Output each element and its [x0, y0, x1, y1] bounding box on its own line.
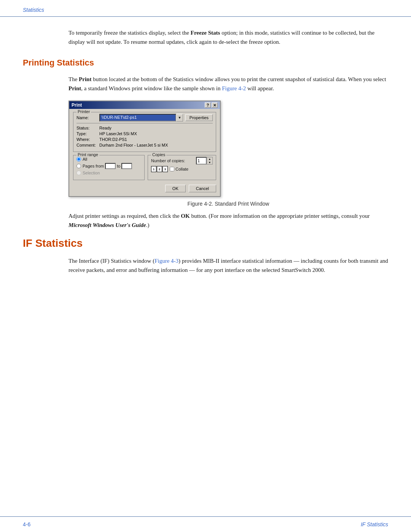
radio-pages-row: Pages from to	[76, 163, 141, 169]
where-value: THOR:D2-PS1	[99, 137, 127, 142]
after-fig-text3: .)	[146, 222, 150, 228]
dialog-title: Print	[72, 102, 82, 108]
status-value: Ready	[99, 126, 112, 130]
radio-all-label: All	[83, 157, 87, 161]
printer-name-row: Name: \\DUR-NET\d2-ps1 ▼ Properties	[76, 114, 213, 121]
dialog-titlebar: Print ? ✕	[69, 101, 220, 109]
radio-selection[interactable]	[76, 171, 81, 175]
print-text-2: button located at the bottom of the Stat…	[91, 76, 386, 82]
comment-value: Durham 2nd Floor - LaserJet 5 si MX	[99, 143, 168, 147]
printer-status-row: Status: Ready	[76, 126, 213, 130]
properties-button[interactable]: Properties	[185, 114, 213, 121]
figure-4-2-link[interactable]: Figure 4-2	[222, 85, 246, 91]
italic-bold-text: Microsoft Windows User's Guide	[68, 222, 146, 228]
bottom-options-row: Print range All Pages from to	[73, 155, 216, 183]
copies-group-label: Copies	[151, 152, 166, 157]
print-range-group: Print range All Pages from to	[73, 155, 145, 180]
copies-up-btn[interactable]: ▲	[207, 157, 212, 161]
collate-icon: 1 2 3	[151, 166, 168, 172]
cancel-button[interactable]: Cancel	[189, 185, 216, 192]
radio-pages-label: Pages	[83, 164, 96, 168]
printer-name-input[interactable]: \\DUR-NET\d2-ps1	[99, 114, 176, 121]
printer-group: Printer Name: \\DUR-NET\d2-ps1 ▼ Propert…	[73, 112, 216, 152]
print-text-3: , a standard Windows print window like t…	[81, 85, 222, 91]
after-figure-para: Adjust printer settings as required, the…	[68, 211, 388, 230]
status-label: Status:	[76, 126, 99, 130]
dialog-body: Printer Name: \\DUR-NET\d2-ps1 ▼ Propert…	[69, 109, 220, 196]
printer-comment-row: Comment: Durham 2nd Floor - LaserJet 5 s…	[76, 143, 213, 147]
type-value: HP LaserJet 5Si MX	[99, 131, 137, 136]
figure-4-2-container: Print ? ✕ Printer Name: \\DU	[68, 101, 388, 207]
titlebar-buttons: ? ✕	[205, 102, 218, 108]
collate-row: 1 2 3 Collate	[151, 166, 213, 172]
if-text-1: The Interface (IF) Statistics window (	[68, 258, 155, 264]
printer-group-label: Printer	[76, 109, 91, 114]
copies-input-wrapper: ▲ ▼	[196, 157, 213, 165]
printer-type-row: Type: HP LaserJet 5Si MX	[76, 131, 213, 136]
page-icon-3: 3	[162, 166, 168, 172]
after-fig-bold: OK	[181, 213, 190, 219]
pages-from-input[interactable]	[105, 163, 116, 169]
help-button[interactable]: ?	[205, 102, 211, 108]
if-statistics-para: The Interface (IF) Statistics window (Fi…	[68, 256, 388, 275]
copies-down-btn[interactable]: ▼	[207, 161, 212, 164]
printer-dropdown-btn[interactable]: ▼	[176, 114, 183, 121]
print-dialog: Print ? ✕ Printer Name: \\DU	[68, 101, 221, 197]
copies-group: Copies Number of copies: ▲ ▼	[148, 155, 216, 180]
printing-statistics-heading: Printing Statistics	[23, 58, 388, 68]
collate-label: Collate	[175, 167, 188, 171]
action-buttons-row: OK Cancel	[73, 183, 216, 192]
page-icon-2: 2	[157, 166, 162, 172]
ok-button[interactable]: OK	[165, 185, 186, 192]
main-content: To temporarily freeze the statistics dis…	[0, 17, 411, 275]
type-label: Type:	[76, 131, 99, 136]
collate-checkbox[interactable]	[170, 167, 174, 171]
footer-section-title: IF Statistics	[361, 521, 388, 527]
num-copies-input[interactable]	[196, 157, 207, 165]
radio-selection-label: Selection	[83, 171, 100, 175]
page: Statistics To temporarily freeze the sta…	[0, 0, 411, 532]
where-label: Where:	[76, 137, 99, 142]
if-statistics-heading: IF Statistics	[23, 237, 388, 249]
page-icon-1: 1	[151, 166, 156, 172]
intro-text-before: To temporarily freeze the statistics dis…	[68, 30, 191, 36]
print-bold-1: Print	[79, 76, 91, 82]
intro-paragraph: To temporarily freeze the statistics dis…	[68, 28, 388, 46]
after-fig-text1: Adjust printer settings as required, the…	[68, 213, 181, 219]
num-copies-label: Number of copies:	[151, 158, 196, 163]
comment-label: Comment:	[76, 143, 99, 147]
copies-spinner: ▲ ▼	[207, 157, 213, 165]
to-label: to	[117, 164, 120, 168]
pages-to-input[interactable]	[121, 163, 132, 169]
figure-4-3-link[interactable]: Figure 4-3	[155, 258, 178, 264]
name-label: Name:	[76, 115, 99, 120]
radio-selection-row: Selection	[76, 171, 141, 175]
from-label: from	[96, 164, 104, 168]
printing-intro-para: The Print button located at the bottom o…	[68, 75, 388, 93]
header-label: Statistics	[23, 7, 44, 13]
print-bold-2: Print	[68, 85, 81, 91]
print-text-4: will appear.	[246, 85, 274, 91]
figure-4-2-caption: Figure 4-2. Standard Print Window	[68, 201, 388, 207]
page-footer: 4-6 IF Statistics	[0, 516, 411, 532]
after-fig-text2: button. (For more information on the app…	[190, 213, 370, 219]
print-text-1: The	[68, 76, 79, 82]
intro-bold: Freeze Stats	[191, 30, 220, 36]
printer-name-input-group: \\DUR-NET\d2-ps1 ▼	[99, 114, 183, 121]
page-header: Statistics	[0, 0, 411, 17]
print-range-label: Print range	[76, 152, 99, 157]
radio-all-row: All	[76, 157, 141, 161]
num-copies-row: Number of copies: ▲ ▼	[151, 157, 213, 165]
printer-where-row: Where: THOR:D2-PS1	[76, 137, 213, 142]
radio-pages[interactable]	[76, 164, 81, 168]
footer-page-number: 4-6	[23, 521, 30, 527]
radio-all[interactable]	[76, 157, 81, 161]
close-button[interactable]: ✕	[212, 102, 218, 108]
